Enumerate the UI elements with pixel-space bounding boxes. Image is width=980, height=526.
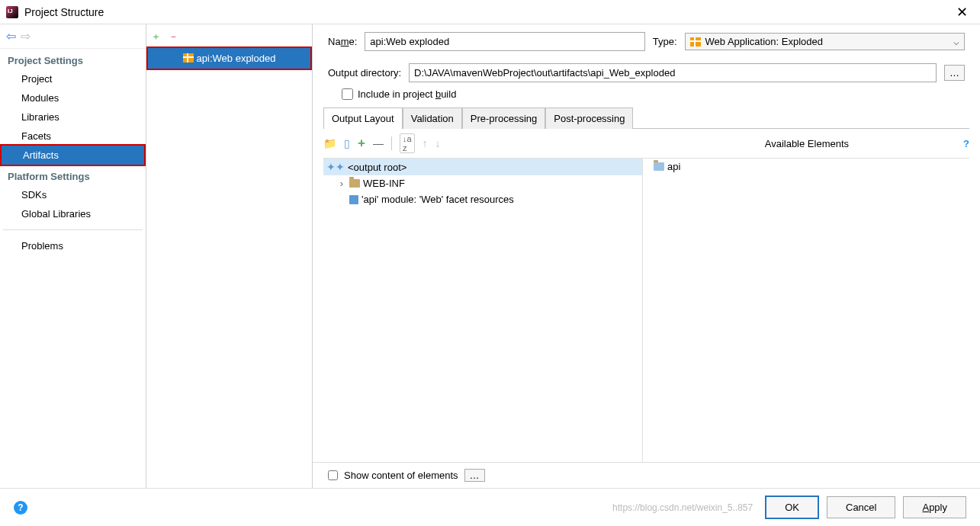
name-label: Name: bbox=[328, 36, 357, 47]
footer-help-icon[interactable]: ? bbox=[14, 501, 27, 515]
name-input[interactable] bbox=[365, 32, 644, 51]
sidebar-item-artifacts[interactable]: Artifacts bbox=[0, 144, 146, 166]
module-icon bbox=[349, 195, 358, 204]
include-in-build-checkbox[interactable] bbox=[342, 88, 353, 100]
add-artifact-icon[interactable]: ＋ bbox=[151, 30, 161, 42]
sort-az-icon[interactable]: ↓az bbox=[400, 133, 415, 153]
web-inf-label: WEB-INF bbox=[363, 178, 405, 189]
type-icon bbox=[690, 37, 701, 47]
show-content-label: Show content of elements bbox=[344, 470, 458, 481]
cancel-button[interactable]: Cancel bbox=[827, 496, 895, 518]
help-icon[interactable]: ? bbox=[963, 138, 969, 149]
app-icon bbox=[6, 6, 18, 18]
add-output-icon[interactable]: + bbox=[358, 136, 365, 151]
outdir-label: Output directory: bbox=[328, 67, 401, 79]
remove-artifact-icon[interactable]: － bbox=[169, 30, 178, 42]
move-up-icon[interactable]: ↑ bbox=[423, 137, 428, 149]
platform-settings-header: Platform Settings bbox=[0, 165, 146, 185]
sidebar-item-modules[interactable]: Modules bbox=[0, 88, 146, 107]
show-content-checkbox[interactable] bbox=[328, 470, 338, 480]
include-in-build-label: Include in project build bbox=[358, 88, 456, 100]
close-icon[interactable]: ✕ bbox=[950, 4, 974, 21]
browse-button[interactable]: … bbox=[944, 65, 965, 81]
tree-output-root[interactable]: ✦✦ <output root> bbox=[323, 159, 642, 175]
tree-facet-resources[interactable]: 'api' module: 'Web' facet resources bbox=[323, 191, 642, 207]
sidebar-item-problems[interactable]: Problems bbox=[0, 236, 146, 255]
main-panel: Name: Type: Web Application: Exploded ⌵ … bbox=[313, 24, 980, 488]
sidebar-item-sdks[interactable]: SDKs bbox=[0, 185, 146, 204]
output-tree[interactable]: ✦✦ <output root> › WEB-INF 'api' module:… bbox=[323, 159, 643, 462]
type-value: Web Application: Exploded bbox=[705, 36, 823, 47]
tabs: Output Layout Validation Pre-processing … bbox=[323, 107, 969, 129]
tree-web-inf[interactable]: › WEB-INF bbox=[323, 175, 642, 191]
footer: ? https://blog.csdn.net/weixin_5..857 OK… bbox=[0, 488, 980, 526]
output-directory-input[interactable] bbox=[409, 63, 937, 82]
tab-validation[interactable]: Validation bbox=[403, 107, 462, 129]
tab-pre-processing[interactable]: Pre-processing bbox=[462, 107, 545, 129]
nav-forward-icon[interactable]: ⇨ bbox=[21, 29, 31, 43]
available-item-api[interactable]: api bbox=[651, 159, 969, 175]
type-label: Type: bbox=[653, 36, 677, 47]
type-select[interactable]: Web Application: Exploded ⌵ bbox=[685, 33, 965, 50]
toolbar-separator bbox=[391, 136, 392, 150]
new-folder-icon[interactable]: 📁 bbox=[323, 137, 336, 149]
artifact-icon bbox=[183, 53, 194, 63]
sidebar-item-facets[interactable]: Facets bbox=[0, 127, 146, 146]
remove-output-icon[interactable]: — bbox=[373, 137, 384, 149]
artifact-list-item[interactable]: api:Web exploded bbox=[146, 47, 312, 70]
expand-icon[interactable]: › bbox=[337, 178, 346, 189]
tab-post-processing[interactable]: Post-processing bbox=[545, 107, 633, 129]
available-elements-header: Available Elements bbox=[765, 138, 849, 149]
titlebar: Project Structure ✕ bbox=[0, 0, 980, 24]
sidebar-item-libraries[interactable]: Libraries bbox=[0, 107, 146, 127]
artifact-label: api:Web exploded bbox=[197, 53, 276, 64]
sidebar: ⇦ ⇨ Project Settings Project Modules Lib… bbox=[0, 24, 146, 488]
facet-label: 'api' module: 'Web' facet resources bbox=[361, 194, 514, 205]
sidebar-item-global-libraries[interactable]: Global Libraries bbox=[0, 204, 146, 223]
available-elements-tree[interactable]: api bbox=[643, 159, 969, 462]
ok-button[interactable]: OK bbox=[765, 496, 819, 519]
window-title: Project Structure bbox=[24, 6, 104, 18]
available-api-label: api bbox=[667, 161, 680, 172]
tab-output-layout[interactable]: Output Layout bbox=[323, 107, 403, 129]
sidebar-item-project[interactable]: Project bbox=[0, 69, 146, 88]
nav-back-icon[interactable]: ⇦ bbox=[6, 29, 16, 43]
artifact-list-panel: ＋ － api:Web exploded bbox=[146, 24, 313, 488]
apply-button[interactable]: Apply bbox=[903, 496, 966, 518]
output-root-icon: ✦✦ bbox=[326, 161, 345, 173]
output-root-label: <output root> bbox=[348, 162, 406, 173]
project-settings-header: Project Settings bbox=[0, 49, 146, 69]
chevron-down-icon: ⌵ bbox=[953, 36, 959, 47]
watermark-text: https://blog.csdn.net/weixin_5..857 bbox=[35, 502, 757, 513]
module-folder-icon bbox=[654, 162, 664, 171]
folder-icon bbox=[349, 179, 360, 188]
move-down-icon[interactable]: ↓ bbox=[435, 137, 441, 149]
sidebar-separator bbox=[3, 229, 143, 230]
show-content-more-button[interactable]: … bbox=[464, 469, 485, 482]
output-toolbar: 📁 ▯ + — ↓az ↑ ↓ Available Elements ? bbox=[313, 129, 980, 158]
new-archive-icon[interactable]: ▯ bbox=[344, 137, 350, 149]
